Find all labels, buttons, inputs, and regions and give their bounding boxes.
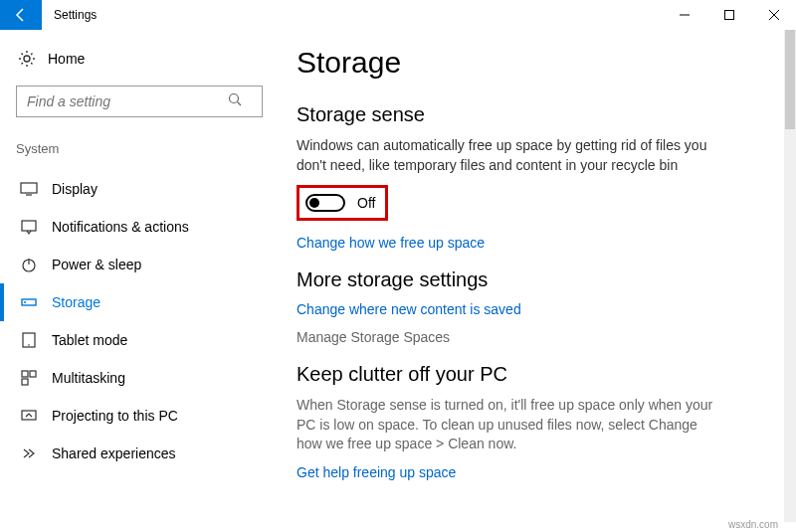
sidebar-item-projecting[interactable]: Projecting to this PC xyxy=(16,397,273,435)
close-button[interactable] xyxy=(751,0,796,30)
minimize-button[interactable] xyxy=(662,0,706,30)
svg-rect-11 xyxy=(30,371,36,377)
storage-icon xyxy=(20,293,38,311)
minimize-icon xyxy=(680,10,690,20)
window-title: Settings xyxy=(42,8,97,22)
search-field[interactable] xyxy=(16,86,273,117)
sidebar-item-label: Projecting to this PC xyxy=(52,408,178,424)
content-pane: Storage Storage sense Windows can automa… xyxy=(289,30,796,532)
svg-rect-10 xyxy=(22,371,28,377)
scrollbar-thumb[interactable] xyxy=(785,30,795,129)
titlebar: Settings xyxy=(0,0,796,30)
sidebar-item-label: Multitasking xyxy=(52,370,125,386)
svg-point-9 xyxy=(28,344,30,346)
svg-rect-0 xyxy=(724,11,733,20)
sidebar-item-label: Tablet mode xyxy=(52,332,127,348)
sidebar: Home System Display Notifications & acti… xyxy=(0,30,289,532)
shared-icon xyxy=(20,444,38,462)
clutter-description: When Storage sense is turned on, it'll f… xyxy=(297,396,724,454)
back-button[interactable] xyxy=(0,0,42,30)
home-label: Home xyxy=(48,51,85,67)
toggle-label: Off xyxy=(357,195,375,211)
svg-rect-12 xyxy=(22,379,28,385)
svg-rect-3 xyxy=(21,183,37,193)
window-controls xyxy=(662,0,796,30)
svg-rect-13 xyxy=(22,411,36,420)
section-more-heading: More storage settings xyxy=(297,268,780,291)
sidebar-item-power[interactable]: Power & sleep xyxy=(16,246,273,283)
notifications-icon xyxy=(20,218,38,236)
sidebar-item-tablet[interactable]: Tablet mode xyxy=(16,321,273,359)
svg-point-7 xyxy=(24,301,26,303)
link-change-content-saved[interactable]: Change where new content is saved xyxy=(297,301,780,317)
gear-icon xyxy=(18,50,36,68)
toggle-knob xyxy=(309,198,319,208)
svg-rect-4 xyxy=(22,221,36,231)
close-icon xyxy=(769,10,779,20)
arrow-left-icon xyxy=(13,7,29,23)
sidebar-item-multitasking[interactable]: Multitasking xyxy=(16,359,273,397)
maximize-button[interactable] xyxy=(706,0,751,30)
maximize-icon xyxy=(724,10,734,20)
link-change-free-up[interactable]: Change how we free up space xyxy=(297,235,780,251)
storage-sense-toggle[interactable] xyxy=(305,194,345,212)
storage-sense-description: Windows can automatically free up space … xyxy=(297,136,724,175)
link-manage-storage-spaces[interactable]: Manage Storage Spaces xyxy=(297,329,780,345)
sidebar-item-storage[interactable]: Storage xyxy=(16,283,273,321)
multitasking-icon xyxy=(20,369,38,387)
svg-point-2 xyxy=(230,94,239,103)
svg-point-1 xyxy=(24,56,30,62)
display-icon xyxy=(20,180,38,198)
sidebar-item-label: Display xyxy=(52,181,98,197)
category-label: System xyxy=(16,141,273,156)
sidebar-item-notifications[interactable]: Notifications & actions xyxy=(16,208,273,246)
section-clutter-heading: Keep clutter off your PC xyxy=(297,363,780,386)
sidebar-item-label: Shared experiences xyxy=(52,445,176,461)
tablet-icon xyxy=(20,331,38,349)
sidebar-item-display[interactable]: Display xyxy=(16,170,273,208)
link-get-help-freeing[interactable]: Get help freeing up space xyxy=(297,464,780,480)
sidebar-item-label: Notifications & actions xyxy=(52,219,189,235)
watermark: wsxdn.com xyxy=(728,519,778,530)
sidebar-item-label: Power & sleep xyxy=(52,257,141,272)
storage-sense-toggle-highlight: Off xyxy=(297,185,388,221)
scrollbar[interactable] xyxy=(784,30,796,522)
page-title: Storage xyxy=(297,46,780,80)
projecting-icon xyxy=(20,407,38,425)
sidebar-item-shared[interactable]: Shared experiences xyxy=(16,435,273,472)
sidebar-item-label: Storage xyxy=(52,294,100,310)
power-icon xyxy=(20,256,38,273)
section-storage-sense-heading: Storage sense xyxy=(297,103,780,126)
search-icon xyxy=(227,91,243,107)
home-button[interactable]: Home xyxy=(16,46,273,72)
search-input[interactable] xyxy=(16,86,263,117)
